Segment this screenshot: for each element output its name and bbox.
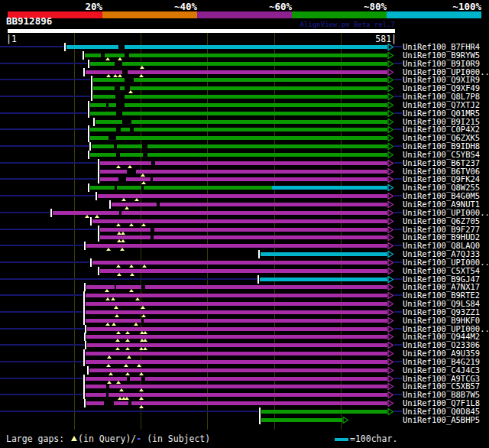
row-baseline	[394, 178, 402, 180]
alignment-start-tick	[98, 159, 99, 167]
subject-gap-notch	[116, 153, 120, 157]
row-baseline	[394, 278, 402, 280]
alignment-bar[interactable]	[86, 385, 387, 388]
subject-gap-notch	[115, 285, 116, 289]
alignment-start-tick	[83, 51, 84, 60]
arrow-right-icon	[387, 226, 394, 233]
alignment-start-tick	[50, 209, 52, 217]
alignment-bar[interactable]	[86, 294, 387, 297]
row-baseline	[0, 261, 89, 263]
alignment-start-tick	[83, 68, 85, 76]
arrow-right-icon	[387, 333, 394, 340]
alignment-bar[interactable]	[96, 120, 388, 124]
alignment-start-tick	[83, 349, 85, 358]
alignment-bar[interactable]	[89, 368, 388, 372]
alignment-bar[interactable]	[100, 228, 388, 232]
arrow-right-icon	[387, 309, 394, 316]
arrow-right-icon	[387, 251, 394, 258]
alignment-bar[interactable]	[261, 410, 387, 414]
row-baseline	[0, 278, 257, 280]
alignment-start-tick	[87, 366, 89, 375]
alignment-bar[interactable]	[86, 310, 387, 314]
alignment-bar[interactable]	[86, 393, 387, 397]
subject-gap-notch	[141, 186, 144, 190]
row-baseline	[0, 212, 50, 213]
row-baseline	[0, 178, 97, 180]
alignment-bar[interactable]	[86, 335, 387, 339]
alignment-bar[interactable]	[93, 86, 388, 90]
alignment-bar[interactable]	[92, 144, 387, 148]
subject-gap-notch	[127, 170, 136, 174]
alignment-bar[interactable]	[92, 261, 387, 265]
alignment-bar[interactable]	[86, 360, 387, 364]
alignment-start-tick	[83, 317, 85, 325]
row-baseline	[0, 394, 83, 395]
arrow-right-icon	[387, 300, 394, 307]
alignment-bar[interactable]	[86, 319, 387, 323]
subject-gap-notch	[151, 228, 154, 232]
alignment-bar[interactable]	[87, 327, 387, 331]
alignment-bar[interactable]	[93, 95, 388, 99]
row-baseline	[394, 311, 402, 313]
alignment-bar[interactable]	[86, 70, 387, 74]
arrow-right-icon	[387, 391, 394, 398]
alignment-bar[interactable]	[87, 343, 387, 347]
alignment-bar[interactable]	[98, 194, 387, 198]
alignment-bar[interactable]	[90, 186, 272, 190]
row-baseline	[0, 344, 84, 346]
arrow-right-icon	[387, 44, 394, 50]
alignment-bar[interactable]	[86, 401, 387, 405]
arrow-right-icon	[387, 292, 394, 299]
alignment-start-tick	[88, 134, 89, 142]
alignment-start-tick	[88, 109, 89, 118]
alignment-bar[interactable]	[90, 128, 387, 131]
alignment-bar[interactable]	[86, 377, 387, 381]
row-baseline	[394, 46, 402, 47]
arrow-right-icon	[387, 135, 394, 141]
alignment-bar[interactable]	[53, 211, 388, 215]
arrow-right-icon	[387, 367, 394, 374]
row-baseline	[0, 245, 83, 246]
alignment-bar[interactable]	[90, 103, 387, 107]
row-label[interactable]: UniRef100_A5BHP5	[403, 415, 480, 424]
alignment-bar[interactable]	[90, 62, 387, 66]
alignment-bar[interactable]	[90, 112, 387, 115]
alignment-bar[interactable]	[112, 203, 387, 206]
subject-gap-notch	[118, 45, 125, 49]
alignment-bar[interactable]	[93, 78, 388, 82]
alignment-bar[interactable]	[261, 252, 387, 256]
row-baseline	[0, 162, 97, 164]
subject-gap-notch	[115, 186, 118, 190]
arrow-right-icon	[387, 342, 394, 349]
arrow-right-icon	[387, 359, 394, 365]
alignment-bar[interactable]	[90, 153, 387, 157]
alignment-bar[interactable]	[66, 45, 388, 49]
arrow-right-icon	[387, 85, 394, 92]
row-baseline	[394, 96, 402, 97]
alignment-bar[interactable]	[261, 418, 342, 422]
alignment-bar[interactable]	[272, 186, 387, 190]
alignview-screen: 20%~40%~60%~80%~100% BB912896 AlignView.…	[0, 0, 489, 448]
arrow-right-icon	[387, 350, 394, 357]
alignment-row[interactable]: UniRef100_A5BHP5	[0, 416, 489, 425]
alignment-bar[interactable]	[100, 235, 388, 239]
arrow-right-icon	[387, 102, 394, 109]
alignment-rows: UniRef100_B7FHR4UniRef100_B9RYW5UniRef10…	[0, 0, 489, 448]
subject-gap-notch	[114, 144, 117, 148]
arrow-right-icon	[387, 242, 394, 249]
alignment-bar[interactable]	[92, 219, 387, 223]
alignment-bar[interactable]	[86, 302, 387, 306]
alignment-bar[interactable]	[260, 278, 388, 281]
alignment-start-tick	[91, 84, 92, 93]
alignment-bar[interactable]	[86, 244, 387, 248]
alignment-bar[interactable]	[85, 54, 388, 57]
alignment-bar[interactable]	[100, 269, 388, 273]
alignment-bar[interactable]	[100, 161, 388, 165]
row-baseline	[394, 195, 402, 196]
row-baseline	[0, 378, 83, 379]
row-baseline	[0, 195, 95, 196]
alignment-start-tick	[98, 167, 99, 176]
row-baseline	[0, 145, 89, 147]
arrow-right-icon	[387, 383, 394, 390]
alignment-bar[interactable]	[90, 136, 387, 140]
